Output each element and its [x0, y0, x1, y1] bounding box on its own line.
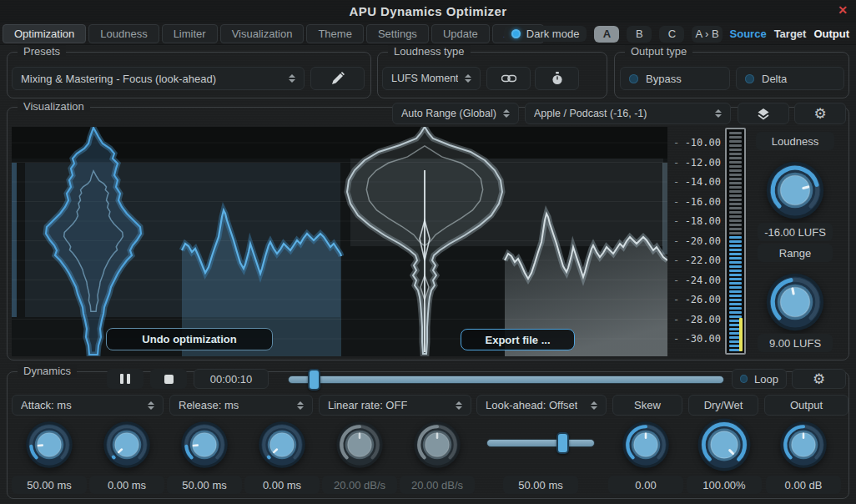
view-target-button[interactable]: Target	[774, 28, 807, 40]
release-value: 50.00 ms	[167, 476, 242, 494]
lookahead-slider-handle[interactable]	[556, 432, 569, 454]
lookahead-slider[interactable]	[486, 439, 595, 447]
linear-release-rate-knob[interactable]	[412, 420, 462, 470]
delta-label: Delta	[762, 73, 787, 85]
loop-label: Loop	[754, 373, 778, 386]
preset-select[interactable]: Mixing & Mastering - Focus (look-ahead)	[12, 67, 305, 90]
tab-limiter[interactable]: Limiter	[162, 24, 218, 43]
pause-icon	[120, 374, 123, 384]
window-title: APU Dynamics Optimizer	[350, 4, 507, 18]
loudness-knob-value: -16.00 LUFS	[758, 223, 833, 241]
pause-button[interactable]	[107, 369, 144, 389]
loudness-type-select[interactable]: LUFS Momentary	[382, 67, 481, 90]
dry-wet-button[interactable]: Dry/Wet	[688, 395, 758, 416]
tab-theme[interactable]: Theme	[306, 24, 363, 43]
preset-slot-a[interactable]: A	[594, 26, 619, 43]
output-button[interactable]: Output	[764, 395, 848, 416]
auto-range-select[interactable]: Auto Range (Global)	[392, 103, 519, 124]
meter-peak-stripe	[739, 318, 743, 351]
loudness-knob[interactable]	[764, 159, 826, 221]
close-icon[interactable]: ✕	[838, 3, 848, 17]
dynamics-settings-button[interactable]: ⚙	[792, 369, 846, 389]
delta-toggle[interactable]: Delta	[736, 67, 844, 90]
bypass-indicator-icon	[629, 74, 638, 83]
attack-knob[interactable]	[24, 420, 74, 470]
tab-loudness[interactable]: Loudness	[88, 24, 159, 43]
edit-preset-button[interactable]	[310, 67, 365, 90]
viz-settings-button[interactable]: ⚙	[794, 103, 846, 124]
preset-slot-b[interactable]: B	[627, 26, 652, 43]
range-knob[interactable]	[764, 271, 826, 333]
transport-slider[interactable]	[288, 375, 724, 384]
db-scale: --10.00--12.00--14.00--16.00--18.00--20.…	[667, 127, 723, 356]
db-scale-label: --18.00	[667, 214, 723, 228]
view-output-button[interactable]: Output	[813, 28, 849, 40]
bypass-toggle[interactable]: Bypass	[620, 67, 730, 90]
export-file-label: Export file ...	[485, 334, 550, 346]
visualization-legend: Visualization	[18, 100, 90, 113]
db-scale-label: --14.00	[667, 175, 723, 189]
waveform-plot	[12, 127, 667, 356]
attack-offset-knob[interactable]	[102, 420, 152, 470]
skew-button[interactable]: Skew	[612, 395, 682, 416]
stop-button[interactable]	[150, 369, 187, 389]
auto-range-value: Auto Range (Global)	[401, 108, 496, 119]
linear-release-rate-value: 20.00 dB/s	[400, 476, 475, 494]
db-scale-label: --16.00	[667, 195, 723, 209]
lookahead-mode-select[interactable]: Look-ahead: Offset	[476, 395, 607, 416]
tab-settings[interactable]: Settings	[366, 24, 429, 43]
tabs-container: OptimizationLoudnessLimiterVisualization…	[3, 24, 544, 43]
release-mode-select[interactable]: Release: ms	[169, 395, 313, 416]
dry-wet-knob[interactable]	[696, 416, 753, 473]
loudness-knob-label: Loudness	[756, 132, 834, 150]
db-scale-label: --22.00	[667, 254, 723, 267]
linear-rate-select[interactable]: Linear rate: OFF	[319, 395, 471, 416]
spinner-icon	[708, 109, 722, 118]
view-source-button[interactable]: Source	[730, 28, 767, 40]
undo-optimization-label: Undo optimization	[142, 333, 236, 345]
presets-legend: Presets	[18, 45, 66, 58]
attack-value: 50.00 ms	[12, 476, 87, 494]
undo-optimization-button[interactable]: Undo optimization	[106, 328, 273, 350]
db-scale-label: --28.00	[667, 313, 723, 326]
delta-indicator-icon	[745, 74, 754, 83]
loudness-meter	[725, 128, 746, 355]
target-preset-value: Apple / Podcast (-16, -1)	[534, 108, 647, 119]
db-scale-label: --12.00	[667, 156, 723, 169]
dark-mode-toggle[interactable]: Dark mode	[504, 26, 587, 42]
loop-toggle[interactable]: Loop	[732, 369, 787, 389]
output-gain-knob[interactable]	[778, 420, 828, 470]
gate-timer-button[interactable]	[535, 67, 579, 90]
output-gain-value: 0.00 dB	[766, 476, 841, 494]
tab-optimization[interactable]: Optimization	[3, 24, 86, 43]
skew-value: 0.00	[608, 476, 683, 494]
linear-attack-rate-knob[interactable]	[335, 420, 385, 470]
release-knob[interactable]	[179, 420, 229, 470]
attack-mode-select[interactable]: Attack: ms	[12, 395, 164, 416]
skew-knob[interactable]	[621, 420, 671, 470]
visualization-canvas: Undo optimization Export file ...	[12, 127, 667, 356]
time-value: 00:00:10	[210, 373, 253, 386]
tab-visualization[interactable]: Visualization	[220, 24, 305, 43]
bypass-label: Bypass	[646, 73, 682, 85]
copy-a-to-b-button[interactable]: A › B	[692, 26, 722, 43]
spinner-icon	[496, 109, 510, 118]
db-scale-label: --26.00	[667, 293, 723, 306]
release-offset-value: 0.00 ms	[244, 476, 320, 494]
db-scale-label: --20.00	[667, 234, 723, 248]
dry-wet-label: Dry/Wet	[704, 399, 743, 411]
transport-slider-handle[interactable]	[308, 369, 320, 391]
export-file-button[interactable]: Export file ...	[461, 329, 575, 350]
output-label: Output	[790, 399, 823, 411]
target-preset-select[interactable]: Apple / Podcast (-16, -1)	[525, 103, 731, 124]
layers-button[interactable]	[738, 103, 789, 124]
attack-offset-value: 0.00 ms	[89, 476, 164, 494]
dry-wet-value: 100.00%	[687, 476, 762, 494]
tab-update[interactable]: Update	[431, 24, 490, 43]
preset-slot-c[interactable]: C	[659, 26, 684, 43]
link-channels-button[interactable]	[486, 67, 531, 90]
db-scale-label: --30.00	[667, 332, 723, 345]
release-offset-knob[interactable]	[257, 420, 307, 470]
time-display: 00:00:10	[194, 369, 269, 389]
dynamics-legend: Dynamics	[18, 365, 77, 377]
